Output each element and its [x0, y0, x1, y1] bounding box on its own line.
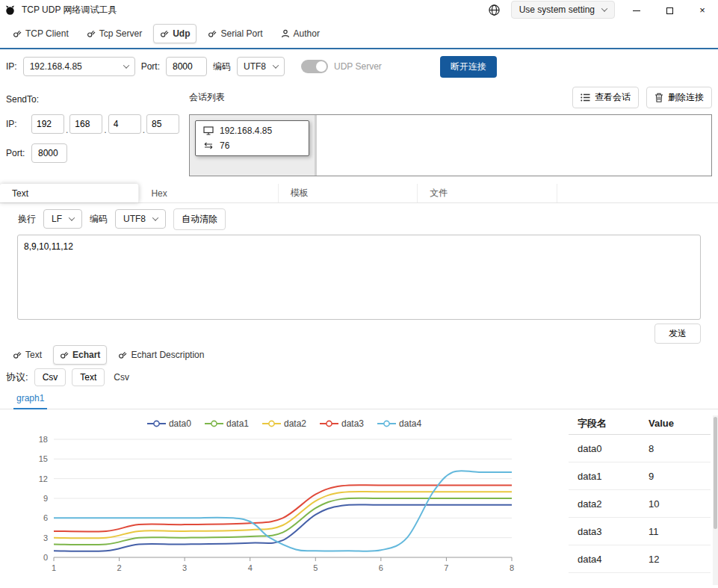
- plug-icon: [208, 29, 217, 38]
- legend-label: data3: [341, 418, 364, 429]
- app-window: TCP UDP 网络调试工具 Use system setting × TCP …: [0, 0, 718, 588]
- theme-select[interactable]: Use system setting: [511, 1, 615, 19]
- svg-text:0: 0: [43, 553, 48, 562]
- auto-clear-button[interactable]: 自动清除: [173, 208, 226, 230]
- legend-marker-icon: [320, 420, 338, 427]
- svg-text:18: 18: [39, 435, 48, 444]
- payload-tab-hex[interactable]: Hex: [139, 184, 278, 202]
- payload-type-tabs: Text Hex 模板 文件: [0, 184, 718, 203]
- view-session-label: 查看会话: [595, 91, 631, 104]
- toggle-knob: [316, 61, 326, 72]
- table-row: data08: [569, 435, 711, 462]
- view-tab-label: Echart: [72, 350, 100, 360]
- port-input[interactable]: [166, 57, 207, 76]
- send-encoding-select[interactable]: UTF8: [115, 209, 166, 229]
- monitor-icon: [203, 126, 214, 135]
- view-tab-text[interactable]: Text: [6, 345, 49, 365]
- tab-udp[interactable]: Udp: [153, 24, 196, 43]
- app-logo-icon: [4, 4, 16, 16]
- delete-connection-button[interactable]: 删除连接: [646, 87, 712, 108]
- table-cell-value: 8: [640, 443, 711, 454]
- svg-text:6: 6: [379, 563, 383, 572]
- disconnect-button[interactable]: 断开连接: [440, 56, 497, 78]
- legend-marker-icon: [147, 420, 166, 427]
- ip-octet-1[interactable]: [31, 114, 64, 134]
- maximize-button[interactable]: [658, 4, 681, 16]
- sendto-port-input[interactable]: [31, 143, 67, 163]
- session-card[interactable]: 192.168.4.85 76: [195, 120, 309, 156]
- ip-dot: .: [143, 126, 145, 134]
- protocol-option-csv-2[interactable]: Csv: [111, 369, 132, 386]
- legend-item[interactable]: data1: [205, 418, 249, 429]
- sendto-panel: SendTo: IP: . . . Port:: [6, 84, 189, 176]
- ip-octet-3[interactable]: [108, 114, 141, 134]
- tab-label: Udp: [173, 28, 190, 39]
- vertical-scrollbar[interactable]: [713, 415, 718, 585]
- view-tab-echart[interactable]: Echart: [53, 345, 107, 365]
- payload-tab-label: 文件: [430, 187, 448, 199]
- tab-label: Author: [294, 28, 320, 39]
- globe-icon[interactable]: [488, 4, 501, 16]
- tab-serial-port[interactable]: Serial Port: [201, 24, 269, 43]
- ip-octet-2[interactable]: [69, 114, 102, 134]
- svg-text:4: 4: [248, 563, 253, 572]
- legend-item[interactable]: data3: [320, 418, 364, 429]
- minimize-button[interactable]: [625, 4, 648, 16]
- protocol-option-text[interactable]: Text: [72, 368, 105, 386]
- tab-label: Serial Port: [220, 28, 262, 39]
- scrollbar-thumb[interactable]: [714, 417, 717, 529]
- person-icon: [281, 29, 290, 38]
- udp-server-toggle[interactable]: [301, 60, 328, 73]
- linebreak-select[interactable]: LF: [43, 209, 82, 229]
- protocol-option-csv[interactable]: Csv: [34, 368, 66, 386]
- port-label: Port:: [141, 61, 160, 72]
- trash-icon: [654, 93, 663, 102]
- udp-server-label: UDP Server: [334, 61, 382, 72]
- payload-tab-file[interactable]: 文件: [418, 184, 557, 202]
- table-cell-value: 12: [640, 554, 711, 565]
- session-list-title: 会话列表: [189, 91, 225, 104]
- legend-item[interactable]: data4: [377, 418, 421, 429]
- ip-octet-4[interactable]: [146, 114, 179, 134]
- protocol-label: 协议:: [6, 371, 28, 384]
- tab-label: Tcp Server: [99, 28, 142, 39]
- view-session-button[interactable]: 查看会话: [572, 87, 639, 108]
- encoding-select[interactable]: UTF8: [237, 57, 285, 76]
- table-row: data19: [569, 462, 711, 490]
- receive-view-tabs: Text Echart Echart Description: [0, 344, 718, 366]
- svg-text:2: 2: [117, 563, 122, 572]
- svg-text:8: 8: [510, 563, 514, 572]
- payload-tab-label: 模板: [291, 187, 309, 199]
- legend-marker-icon: [377, 420, 396, 427]
- chart-canvas: 036912151812345678: [0, 430, 557, 588]
- view-tab-echart-description[interactable]: Echart Description: [111, 345, 211, 365]
- table-header-value: Value: [640, 418, 711, 429]
- close-button[interactable]: ×: [691, 4, 714, 16]
- theme-select-value: Use system setting: [519, 4, 595, 15]
- payload-tab-text[interactable]: Text: [0, 184, 139, 202]
- chevron-down-icon: [69, 214, 75, 220]
- main-tab-strip: TCP Client Tcp Server Udp Serial Port Au…: [0, 19, 718, 49]
- table-cell-field: data2: [569, 498, 640, 510]
- send-encoding-select-value: UTF8: [123, 214, 146, 224]
- linebreak-select-value: LF: [52, 214, 62, 224]
- legend-item[interactable]: data2: [262, 418, 306, 429]
- payload-tab-template[interactable]: 模板: [279, 184, 418, 202]
- tab-tcp-client[interactable]: TCP Client: [6, 24, 75, 43]
- send-button[interactable]: 发送: [654, 324, 701, 344]
- legend-item[interactable]: data0: [147, 418, 191, 429]
- table-row: data210: [569, 490, 711, 518]
- view-tab-label: Echart Description: [131, 350, 204, 360]
- tab-tcp-server[interactable]: Tcp Server: [80, 24, 149, 43]
- table-cell-value: 10: [640, 498, 711, 510]
- send-text-input[interactable]: 8,9,10,11,12: [17, 235, 701, 320]
- svg-text:15: 15: [39, 454, 48, 463]
- graph-tab-bar: graph1: [0, 389, 718, 409]
- svg-text:12: 12: [39, 474, 48, 483]
- ip-combobox[interactable]: 192.168.4.85: [23, 57, 135, 76]
- plug-icon: [13, 350, 22, 359]
- session-card-count: 76: [220, 140, 229, 151]
- tab-author[interactable]: Author: [274, 24, 326, 43]
- swap-arrows-icon: [203, 142, 214, 149]
- graph1-tab[interactable]: graph1: [13, 393, 47, 409]
